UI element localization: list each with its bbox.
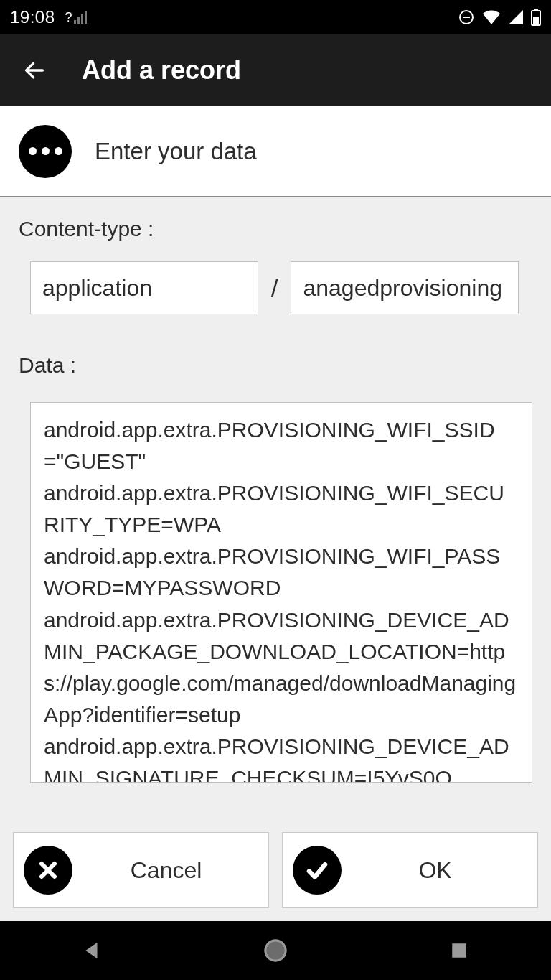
- no-signal-icon: ?: [65, 10, 87, 25]
- ok-button-label: OK: [362, 857, 537, 884]
- nav-back-button[interactable]: [49, 929, 135, 972]
- square-recents-icon: [450, 941, 468, 960]
- triangle-back-icon: [81, 940, 103, 961]
- data-label: Data :: [19, 353, 532, 378]
- button-row: Cancel OK: [0, 821, 551, 921]
- nav-recents-button[interactable]: [416, 929, 502, 972]
- svg-rect-6: [452, 943, 466, 958]
- svg-rect-3: [534, 9, 538, 11]
- content-area: Enter your data Content-type : / Data : …: [0, 106, 551, 921]
- subheader: Enter your data: [0, 106, 551, 197]
- dnd-icon: [458, 9, 475, 26]
- close-icon: [24, 846, 72, 895]
- android-statusbar: 19:08 ?: [0, 0, 551, 34]
- data-textarea[interactable]: [30, 402, 532, 783]
- back-button[interactable]: [20, 56, 49, 85]
- content-type-row: /: [19, 261, 532, 314]
- arrow-left-icon: [22, 58, 47, 83]
- form: Content-type : / Data :: [0, 197, 551, 821]
- check-icon: [293, 846, 342, 895]
- ok-button[interactable]: OK: [282, 832, 538, 908]
- page-title: Add a record: [82, 55, 241, 85]
- nav-home-button[interactable]: [232, 929, 319, 972]
- svg-point-5: [265, 941, 286, 961]
- wifi-icon: [482, 9, 501, 25]
- cell-signal-icon: [508, 9, 524, 25]
- cancel-button[interactable]: Cancel: [13, 832, 269, 908]
- battery-icon: [531, 9, 541, 26]
- cancel-button-label: Cancel: [93, 857, 268, 884]
- android-navbar: [0, 921, 551, 980]
- content-type-label: Content-type :: [19, 217, 532, 241]
- content-type-sub-input[interactable]: [291, 261, 519, 314]
- subheader-title: Enter your data: [95, 138, 257, 165]
- appbar: Add a record: [0, 34, 551, 106]
- content-type-main-input[interactable]: [30, 261, 258, 314]
- statusbar-time: 19:08: [10, 7, 55, 27]
- more-dots-icon: [19, 125, 72, 178]
- circle-home-icon: [263, 938, 288, 963]
- svg-rect-4: [533, 17, 539, 24]
- content-type-slash: /: [271, 274, 278, 302]
